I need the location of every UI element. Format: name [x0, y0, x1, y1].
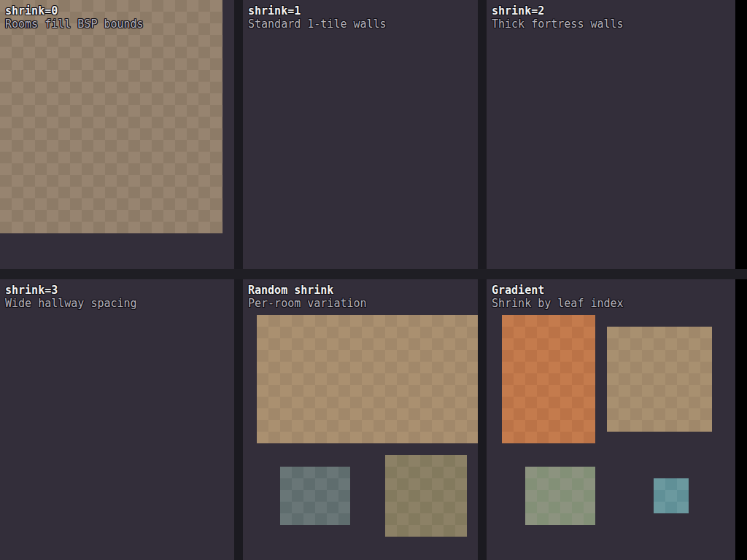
room-layer: [0, 279, 234, 560]
panel-title: shrink=2: [492, 4, 624, 18]
room-rect: [607, 327, 712, 432]
panel-shrink1: shrink=1 Standard 1-tile walls: [243, 0, 478, 269]
panel-subtitle: Thick fortress walls: [492, 18, 624, 31]
panel-subtitle: Per-room variation: [248, 297, 367, 310]
panel-caption: shrink=1 Standard 1-tile walls: [248, 4, 387, 31]
room-rect: [525, 467, 595, 525]
panel-caption: Gradient Shrink by leaf index: [492, 284, 624, 310]
panel-title: Random shrink: [248, 284, 367, 297]
room-rect: [0, 0, 222, 233]
panel-random-shrink: Random shrink Per-room variation: [243, 279, 478, 560]
panel-shrink0: shrink=0 Rooms fill BSP bounds: [0, 0, 234, 269]
panel-caption: shrink=3 Wide hallway spacing: [5, 284, 137, 310]
panel-title: shrink=1: [248, 4, 387, 18]
panel-gradient: Gradient Shrink by leaf index: [487, 279, 735, 560]
panel-title: Gradient: [492, 284, 624, 297]
room-rect: [654, 478, 689, 513]
room-rect: [385, 455, 467, 537]
panel-subtitle: Shrink by leaf index: [492, 297, 624, 310]
panel-caption: Random shrink Per-room variation: [248, 284, 367, 310]
panel-shrink2: shrink=2 Thick fortress walls: [487, 0, 735, 269]
panel-subtitle: Standard 1-tile walls: [248, 18, 387, 31]
panel-caption: shrink=2 Thick fortress walls: [492, 4, 624, 31]
room-rect: [280, 467, 350, 525]
panel-subtitle: Rooms fill BSP bounds: [5, 18, 144, 31]
room-rect: [257, 315, 478, 443]
room-layer: [487, 0, 735, 269]
panel-shrink3: shrink=3 Wide hallway spacing: [0, 279, 234, 560]
room-layer: [0, 0, 234, 269]
montage-stage: shrink=0 Rooms fill BSP bounds shrink=1 …: [0, 0, 747, 560]
room-layer: [243, 0, 478, 269]
panel-subtitle: Wide hallway spacing: [5, 297, 137, 310]
panel-title: shrink=3: [5, 284, 137, 297]
room-layer: [243, 279, 478, 560]
panel-caption: shrink=0 Rooms fill BSP bounds: [5, 4, 144, 31]
room-layer: [487, 279, 735, 560]
row-divider: [0, 269, 747, 279]
panel-title: shrink=0: [5, 4, 144, 18]
room-rect: [502, 315, 595, 443]
